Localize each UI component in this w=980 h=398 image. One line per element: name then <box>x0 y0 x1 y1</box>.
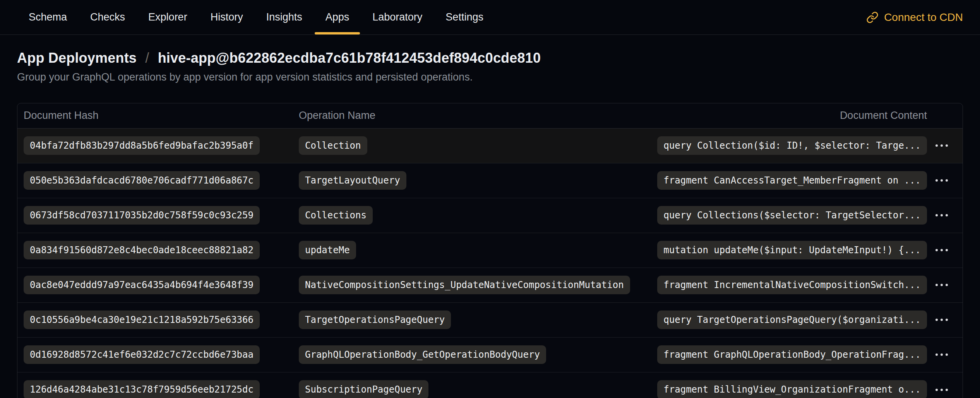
table-row[interactable]: 0ac8e047eddd97a97eac6435a4b694f4e3648f39… <box>17 268 963 303</box>
operation-name-cell: Collections <box>299 206 662 225</box>
operation-name-cell: GraphQLOperationBody_GetOperationBodyQue… <box>299 345 662 364</box>
table-row[interactable]: 0a834f91560d872e8c4bec0ade18ceec88821a82… <box>17 233 963 268</box>
row-actions-cell <box>927 141 956 151</box>
operation-name-cell: Collection <box>299 136 662 155</box>
document-content-cell: query Collections($selector: TargetSelec… <box>662 206 927 225</box>
document-content-pill: fragment GraphQLOperationBody_OperationF… <box>657 345 927 364</box>
deployments-table: Document Hash Operation Name Document Co… <box>17 103 963 398</box>
operation-name-cell: NativeCompositionSettings_UpdateNativeCo… <box>299 276 662 295</box>
document-hash-cell: 0a834f91560d872e8c4bec0ade18ceec88821a82 <box>24 241 299 260</box>
document-content-pill: query TargetOperationsPageQuery($organiz… <box>657 311 927 329</box>
table-body: 04bfa72dfb83b297dd8a5b6fed9bafac2b395a0f… <box>17 129 963 398</box>
top-nav: SchemaChecksExplorerHistoryInsightsAppsL… <box>0 0 980 35</box>
table-row[interactable]: 126d46a4284abe31c13c78f7959d56eeb21725dc… <box>17 372 963 398</box>
operation-name-cell: updateMe <box>299 241 662 260</box>
tab-settings[interactable]: Settings <box>434 0 495 34</box>
tab-history[interactable]: History <box>199 0 255 34</box>
active-tab-underline <box>315 32 360 34</box>
document-content-cell: mutation updateMe($input: UpdateMeInput!… <box>662 241 927 260</box>
document-hash-cell: 126d46a4284abe31c13c78f7959d56eeb21725dc <box>24 380 299 398</box>
document-content-cell: fragment IncrementalNativeCompositionSwi… <box>662 276 927 295</box>
column-header-document-hash: Document Hash <box>24 110 299 122</box>
operation-name-cell: TargetOperationsPageQuery <box>299 311 662 329</box>
connect-to-cdn-label: Connect to CDN <box>884 11 963 24</box>
operation-name-cell: SubscriptionPageQuery <box>299 380 662 398</box>
breadcrumb-separator: / <box>140 50 154 66</box>
document-hash-pill: 0ac8e047eddd97a97eac6435a4b694f4e3648f39 <box>24 276 260 295</box>
tab-checks[interactable]: Checks <box>79 0 137 34</box>
document-content-pill: fragment IncrementalNativeCompositionSwi… <box>657 276 927 295</box>
ellipsis-horizontal-icon[interactable] <box>933 141 950 151</box>
operation-name-pill: Collection <box>299 136 367 155</box>
ellipsis-horizontal-icon[interactable] <box>933 175 950 185</box>
document-hash-pill: 0d16928d8572c41ef6e032d2c7c72ccbd6e73baa <box>24 345 260 364</box>
document-content-pill: fragment BillingView_OrganizationFragmen… <box>657 380 927 398</box>
document-hash-cell: 0ac8e047eddd97a97eac6435a4b694f4e3648f39 <box>24 276 299 295</box>
row-actions-cell <box>927 245 956 255</box>
row-actions-cell <box>927 175 956 185</box>
app-deployments-page: App Deployments / hive-app@b622862ecdba7… <box>0 35 980 398</box>
breadcrumb-section[interactable]: App Deployments <box>17 50 137 66</box>
document-hash-cell: 050e5b363dafdcacd6780e706cadf771d06a867c <box>24 171 299 190</box>
tab-laboratory[interactable]: Laboratory <box>361 0 434 34</box>
document-content-pill: fragment CanAccessTarget_MemberFragment … <box>657 171 927 190</box>
document-hash-pill: 0673df58cd7037117035b2d0c758f59c0c93c259 <box>24 206 260 225</box>
breadcrumb-app-name: hive-app@b622862ecdba7c61b78f412453def89… <box>158 50 541 66</box>
document-content-cell: fragment BillingView_OrganizationFragmen… <box>662 380 927 398</box>
table-row[interactable]: 0673df58cd7037117035b2d0c758f59c0c93c259… <box>17 198 963 233</box>
table-row[interactable]: 0c10556a9be4ca30e19e21c1218a592b75e63366… <box>17 303 963 338</box>
row-actions-cell <box>927 210 956 220</box>
ellipsis-horizontal-icon[interactable] <box>933 315 950 325</box>
row-actions-cell <box>927 280 956 290</box>
column-header-operation-name: Operation Name <box>299 110 662 122</box>
row-actions-cell <box>927 350 956 360</box>
table-row[interactable]: 0d16928d8572c41ef6e032d2c7c72ccbd6e73baa… <box>17 338 963 372</box>
tab-explorer[interactable]: Explorer <box>137 0 199 34</box>
document-hash-pill: 0c10556a9be4ca30e19e21c1218a592b75e63366 <box>24 311 260 329</box>
operation-name-pill: SubscriptionPageQuery <box>299 380 428 398</box>
document-content-cell: query TargetOperationsPageQuery($organiz… <box>662 311 927 329</box>
tab-apps[interactable]: Apps <box>314 0 361 34</box>
operation-name-pill: TargetOperationsPageQuery <box>299 311 451 329</box>
operation-name-pill: TargetLayoutQuery <box>299 171 406 190</box>
operation-name-pill: Collections <box>299 206 373 225</box>
document-hash-pill: 0a834f91560d872e8c4bec0ade18ceec88821a82 <box>24 241 260 260</box>
document-hash-cell: 0d16928d8572c41ef6e032d2c7c72ccbd6e73baa <box>24 345 299 364</box>
breadcrumb: App Deployments / hive-app@b622862ecdba7… <box>17 50 963 66</box>
column-header-document-content: Document Content <box>662 110 927 122</box>
row-actions-cell <box>927 315 956 325</box>
tab-schema[interactable]: Schema <box>17 0 79 34</box>
operation-name-pill: NativeCompositionSettings_UpdateNativeCo… <box>299 276 630 295</box>
row-actions-cell <box>927 385 956 395</box>
table-row[interactable]: 04bfa72dfb83b297dd8a5b6fed9bafac2b395a0f… <box>17 129 963 163</box>
operation-name-cell: TargetLayoutQuery <box>299 171 662 190</box>
document-hash-pill: 04bfa72dfb83b297dd8a5b6fed9bafac2b395a0f <box>24 136 260 155</box>
document-hash-pill: 126d46a4284abe31c13c78f7959d56eeb21725dc <box>24 380 260 398</box>
tab-insights[interactable]: Insights <box>255 0 314 34</box>
document-hash-cell: 0c10556a9be4ca30e19e21c1218a592b75e63366 <box>24 311 299 329</box>
table-header-row: Document Hash Operation Name Document Co… <box>17 103 963 129</box>
connect-to-cdn-button[interactable]: Connect to CDN <box>866 0 963 34</box>
document-content-pill: query Collection($id: ID!, $selector: Ta… <box>657 136 927 155</box>
link-icon <box>866 11 879 24</box>
document-hash-cell: 04bfa72dfb83b297dd8a5b6fed9bafac2b395a0f <box>24 136 299 155</box>
document-hash-cell: 0673df58cd7037117035b2d0c758f59c0c93c259 <box>24 206 299 225</box>
document-content-pill: mutation updateMe($input: UpdateMeInput!… <box>657 241 927 260</box>
ellipsis-horizontal-icon[interactable] <box>933 280 950 290</box>
nav-tabs: SchemaChecksExplorerHistoryInsightsAppsL… <box>17 0 495 34</box>
ellipsis-horizontal-icon[interactable] <box>933 350 950 360</box>
ellipsis-horizontal-icon[interactable] <box>933 385 950 395</box>
document-hash-pill: 050e5b363dafdcacd6780e706cadf771d06a867c <box>24 171 260 190</box>
ellipsis-horizontal-icon[interactable] <box>933 210 950 220</box>
ellipsis-horizontal-icon[interactable] <box>933 245 950 255</box>
document-content-pill: query Collections($selector: TargetSelec… <box>657 206 927 225</box>
document-content-cell: query Collection($id: ID!, $selector: Ta… <box>662 136 927 155</box>
document-content-cell: fragment GraphQLOperationBody_OperationF… <box>662 345 927 364</box>
page-subtitle: Group your GraphQL operations by app ver… <box>17 71 963 83</box>
operation-name-pill: GraphQLOperationBody_GetOperationBodyQue… <box>299 345 546 364</box>
document-content-cell: fragment CanAccessTarget_MemberFragment … <box>662 171 927 190</box>
table-row[interactable]: 050e5b363dafdcacd6780e706cadf771d06a867c… <box>17 163 963 198</box>
operation-name-pill: updateMe <box>299 241 356 260</box>
